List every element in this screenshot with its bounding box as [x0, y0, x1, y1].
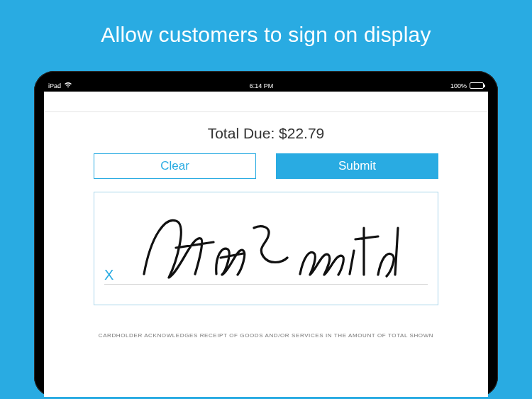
total-due-label: Total Due: $22.79: [94, 125, 438, 142]
battery-percent: 100%: [450, 82, 467, 89]
submit-button[interactable]: Submit: [276, 153, 438, 179]
status-bar: iPad 6:14 PM 100%: [44, 80, 488, 92]
wifi-icon: [64, 82, 72, 89]
signature-x-mark: X: [104, 267, 113, 283]
signature-area[interactable]: X: [94, 192, 438, 305]
signature-stroke: [137, 207, 406, 292]
battery-icon: [470, 82, 484, 89]
app-screen: Total Due: $22.79 Clear Submit X CARDHOL…: [44, 92, 488, 397]
status-time: 6:14 PM: [250, 82, 274, 89]
clear-button[interactable]: Clear: [94, 153, 256, 179]
device-label: iPad: [48, 82, 61, 89]
tablet-frame: iPad 6:14 PM 100% Total Due: $22.79 Clea…: [34, 71, 498, 397]
hero-title: Allow customers to sign on display: [0, 0, 532, 47]
signature-line: [104, 284, 428, 285]
legal-text: CARDHOLDER ACKNOWLEDGES RECEIPT OF GOODS…: [94, 332, 438, 339]
